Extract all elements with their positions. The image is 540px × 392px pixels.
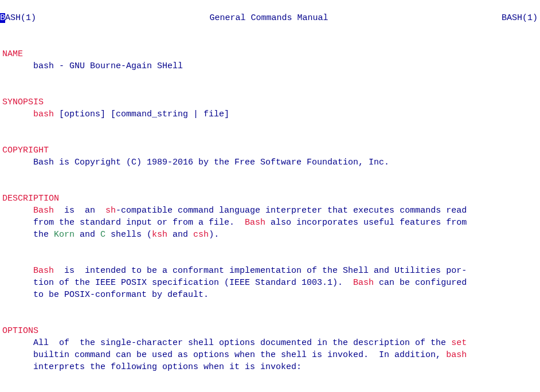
desc-para2: Bash is intended to be a conformant impl… [2, 265, 538, 301]
header-right: BASH(1) [502, 12, 540, 24]
korn-shell: Korn [54, 230, 75, 240]
desc-bash: Bash [33, 206, 54, 215]
synopsis-cmd: bash [33, 109, 54, 119]
section-name: NAME [2, 49, 23, 59]
cursor: B [0, 13, 5, 23]
copyright-body: Bash is Copyright (C) 1989-2016 by the F… [2, 156, 538, 168]
desc-para1: Bash is an sh-compatible command languag… [2, 205, 538, 241]
desc-sh: sh [105, 206, 116, 215]
csh: csh [193, 230, 209, 240]
section-copyright: COPYRIGHT [2, 146, 49, 155]
header-center: General Commands Manual [209, 12, 328, 24]
set-builtin: set [451, 338, 467, 348]
name-body: bash - GNU Bourne-Again SHell [2, 60, 538, 72]
section-synopsis: SYNOPSIS [2, 97, 44, 107]
synopsis-body: bash [options] [command_string | file] [2, 108, 538, 120]
synopsis-args: [options] [command_string | file] [54, 109, 229, 119]
section-description: DESCRIPTION [2, 194, 59, 203]
section-options: OPTIONS [2, 326, 38, 336]
options-para1: All of the single-character shell option… [2, 337, 538, 373]
manpage-content[interactable]: BASH(1)General Commands ManualBASH(1) NA… [0, 0, 540, 392]
ksh: ksh [152, 230, 167, 240]
header-left: ASH(1) [5, 13, 36, 23]
c-shell: C [100, 230, 105, 240]
header-line: BASH(1)General Commands ManualBASH(1) [0, 12, 540, 24]
